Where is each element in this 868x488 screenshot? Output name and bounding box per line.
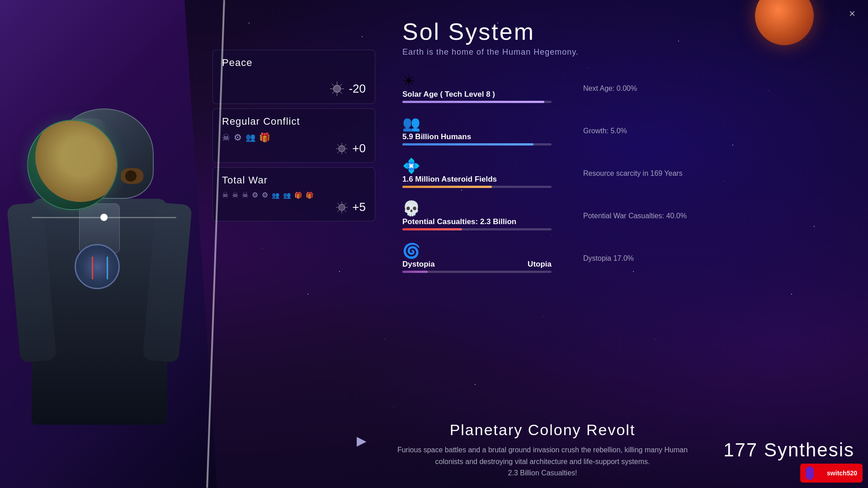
svg-line-17 <box>337 151 339 153</box>
peace-score-starburst <box>329 81 345 97</box>
stat-row-dystopia: 🌀 Dystopia Utopia Dystopia 17.0% <box>402 244 850 273</box>
switch-logo <box>806 466 823 480</box>
stat-row-tech: ☀ Solar Age ( Tech Level 8 ) Next Age: 0… <box>402 74 850 103</box>
svg-line-25 <box>344 203 346 205</box>
war-slider[interactable] <box>18 217 190 218</box>
dystopia-percentage: Dystopia 17.0% <box>583 254 634 263</box>
tw-icon-2: ☠ <box>232 191 238 199</box>
planet-globe <box>27 120 118 210</box>
conflict-icon-3: 👥 <box>245 132 255 142</box>
total-war-title: Total War <box>222 174 366 186</box>
svg-point-9 <box>339 145 345 152</box>
stat-left-casualties: 💀 Potential Casualties: 2.3 Billion <box>402 201 574 230</box>
switch-badge: switch520 <box>800 464 863 483</box>
asteroids-label: 1.6 Million Asteroid Fields <box>402 175 497 184</box>
svg-line-24 <box>344 210 346 212</box>
dystopia-label-left: Dystopia <box>402 260 435 269</box>
population-icon: 👥 <box>402 116 420 131</box>
stat-left-dystopia: 🌀 Dystopia Utopia <box>402 244 574 273</box>
casualties-progress-bar <box>402 228 462 230</box>
conflict-score-value: +0 <box>352 141 366 155</box>
casualties-percentage: Potential War Casualties: 40.0% <box>583 212 687 220</box>
tw-icon-5: ⚙ <box>262 191 268 199</box>
population-growth: Growth: 5.0% <box>583 127 627 135</box>
tw-icon-8: 🎁 <box>294 192 302 199</box>
population-label: 5.9 Billion Humans <box>402 132 471 141</box>
close-button[interactable]: × <box>845 7 859 20</box>
total-war-icons: ☠ ☠ ☠ ⚙ ⚙ 👥 👥 🎁 🎁 <box>222 191 366 199</box>
asteroids-scarcity: Resource scarcity in 169 Years <box>583 169 683 178</box>
event-casualties: 2.3 Billion Casualties! <box>508 469 577 477</box>
sol-system-subtitle: Earth is the home of the Human Hegemony. <box>402 47 850 57</box>
tw-icon-4: ⚙ <box>252 191 258 199</box>
conflict-score: +0 <box>335 141 366 155</box>
total-war-score-value: +5 <box>352 200 366 214</box>
tech-progress-bar <box>402 101 544 103</box>
svg-line-15 <box>344 151 346 153</box>
conflict-icon-1: ☠ <box>222 132 230 143</box>
svg-point-18 <box>339 204 345 211</box>
slider-thumb[interactable] <box>100 214 108 221</box>
dystopia-icon: 🌀 <box>402 244 420 258</box>
population-progress-bar <box>402 143 533 145</box>
stat-icon-row-casualties: 💀 <box>402 201 420 216</box>
tech-icon: ☀ <box>402 74 415 88</box>
peace-score: -20 <box>329 81 366 97</box>
stat-left-population: 👥 5.9 Billion Humans <box>402 116 574 145</box>
war-option-conflict[interactable]: Regular Conflict ☠ ⚙ 👥 🎁 <box>212 108 375 163</box>
next-button[interactable]: ▶ <box>350 429 373 452</box>
tech-label: Solar Age ( Tech Level 8 ) <box>402 90 495 99</box>
utopia-label-right: Utopia <box>528 260 552 269</box>
synthesis-counter: 177 Synthesis <box>723 439 854 461</box>
peace-title: Peace <box>222 57 366 69</box>
tw-icon-3: ☠ <box>242 191 248 199</box>
conflict-score-starburst <box>335 142 349 155</box>
svg-line-8 <box>332 92 335 94</box>
stat-icon-row-tech: ☀ <box>402 74 415 88</box>
tech-next-age: Next Age: 0.00% <box>583 84 637 93</box>
asteroids-progress-container <box>402 186 552 188</box>
next-button-icon: ▶ <box>357 433 367 448</box>
svg-line-16 <box>344 144 346 146</box>
war-option-total-war[interactable]: Total War ☠ ☠ ☠ ⚙ ⚙ 👥 👥 🎁 🎁 <box>212 167 375 221</box>
character-chest-detail <box>75 244 120 289</box>
asteroids-icon: 💠 <box>402 159 420 173</box>
population-progress-container <box>402 143 552 145</box>
tw-icon-1: ☠ <box>222 191 228 199</box>
total-war-score: +5 <box>335 200 366 214</box>
character-panel <box>0 0 217 488</box>
synthesis-value: 177 Synthesis <box>723 439 854 460</box>
switch-right-joy <box>815 466 823 480</box>
stat-left-asteroids: 💠 1.6 Million Asteroid Fields <box>402 159 574 188</box>
dystopia-progress-container <box>402 271 552 273</box>
dystopia-labels-row: Dystopia Utopia <box>402 260 552 269</box>
war-option-peace[interactable]: Peace -20 <box>212 50 375 104</box>
switch-left-joy <box>806 466 814 480</box>
conflict-icon-4: 🎁 <box>259 132 270 143</box>
stat-row-asteroids: 💠 1.6 Million Asteroid Fields Resource s… <box>402 159 850 188</box>
globe-visual <box>27 120 118 210</box>
svg-point-0 <box>334 85 341 93</box>
character-eye <box>121 168 143 184</box>
event-desc-text: Furious space battles and a brutal groun… <box>397 446 688 465</box>
casualties-icon: 💀 <box>402 201 420 216</box>
conflict-icon-2: ⚙ <box>234 132 242 143</box>
stat-row-casualties: 💀 Potential Casualties: 2.3 Billion Pote… <box>402 201 850 230</box>
casualties-progress-container <box>402 228 552 230</box>
stat-left-tech: ☀ Solar Age ( Tech Level 8 ) <box>402 74 574 103</box>
event-description: Furious space battles and a brutal groun… <box>384 444 701 479</box>
switch-badge-text: switch520 <box>827 469 857 477</box>
casualties-label: Potential Casualties: 2.3 Billion <box>402 217 516 226</box>
svg-line-23 <box>337 203 339 205</box>
event-title: Planetary Colony Revolt <box>450 421 636 439</box>
stat-icon-row-population: 👥 <box>402 116 420 131</box>
tw-icon-9: 🎁 <box>306 192 313 199</box>
tw-icon-6: 👥 <box>272 192 279 199</box>
asteroids-progress-bar <box>402 186 492 188</box>
peace-score-value: -20 <box>349 82 366 96</box>
tech-progress-container <box>402 101 552 103</box>
svg-line-26 <box>337 210 339 212</box>
svg-line-5 <box>332 84 335 86</box>
total-war-score-starburst <box>335 201 349 214</box>
svg-line-7 <box>340 84 342 86</box>
